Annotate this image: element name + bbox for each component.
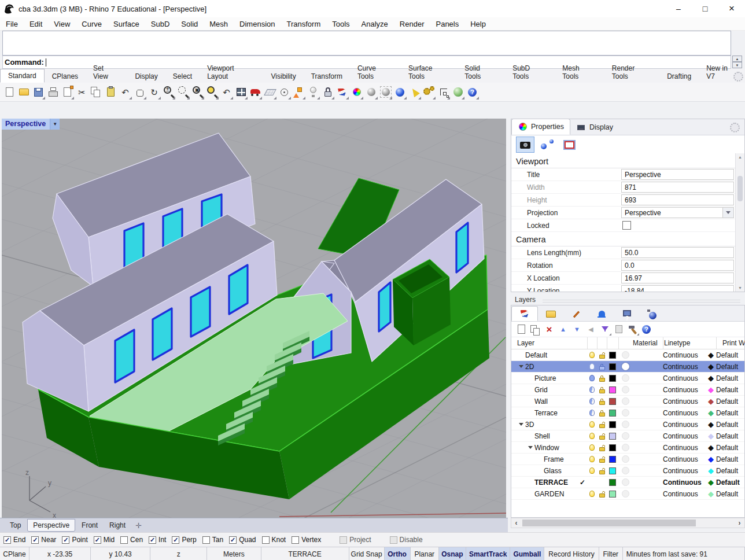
column-print-width[interactable]: Print Wi [716,337,744,349]
bulb-icon[interactable] [587,421,597,428]
clipping-plane-button[interactable] [560,137,578,153]
cut-icon[interactable]: ✂ [75,84,89,100]
osnap-checkbox[interactable]: ✓ [3,536,11,544]
layer-name[interactable]: Frame [544,455,564,463]
ribbon-tab-set-view[interactable]: Set View [86,62,127,83]
menu-surface[interactable]: Surface [108,19,145,30]
osnap-checkbox[interactable]: ✓ [172,536,179,544]
color-picker-icon[interactable] [349,84,364,100]
rotation-field[interactable]: 0.0 [621,260,734,271]
layers-horizontal-scrollbar[interactable]: ‹ › [511,518,745,528]
notifications-panel-tab[interactable] [589,307,614,321]
ribbon-tab-viewport-layout[interactable]: Viewport Layout [200,62,263,83]
scroll-left-icon[interactable]: ‹ [511,519,521,527]
layer-linetype[interactable]: Continuous [663,397,708,406]
layer-name[interactable]: Grid [534,386,548,394]
ribbon-tab-solid-tools[interactable]: Solid Tools [457,62,505,83]
osnap-checkbox[interactable] [292,536,299,544]
lock-icon[interactable] [597,363,607,370]
3d-scene[interactable]: z y x [2,119,506,518]
projection-dropdown[interactable]: Perspective [621,207,734,218]
layer-linetype[interactable]: Continuous [663,351,708,359]
scroll-down-icon[interactable]: ▼ [738,284,742,292]
osnap-checkbox[interactable] [262,536,270,544]
scroll-thumb[interactable] [522,520,696,526]
spinner-up-icon[interactable]: ▲ [732,56,742,62]
material-swatch[interactable] [618,409,632,417]
material-swatch[interactable] [618,386,632,393]
layer-linetype[interactable]: Continuous [663,467,708,475]
zoom-selected-icon[interactable] [205,84,219,100]
scroll-up-icon[interactable]: ▲ [738,153,742,161]
ribbon-tab-visibility[interactable]: Visibility [264,70,304,83]
status-record-history[interactable]: Record History [544,547,599,560]
save-file-icon[interactable] [31,84,46,100]
bulb-icon[interactable] [587,467,597,474]
viewport-tab-perspective[interactable]: Perspective [27,519,75,532]
zoom-window-icon[interactable] [176,84,190,100]
gear-icon[interactable] [733,72,743,82]
material-swatch[interactable] [618,490,632,498]
viewport-tab-top[interactable]: Top [5,520,26,531]
status-meters[interactable]: Meters [207,547,261,560]
new-layer-icon[interactable] [515,323,528,336]
layer-row-garden[interactable]: GARDEN Continuous ◆ Default [511,488,744,500]
ribbon-tab-curve-tools[interactable]: Curve Tools [350,62,401,83]
chevron-down-icon[interactable] [526,444,534,451]
layer-tools-icon[interactable] [626,323,639,336]
render-icon[interactable] [364,84,378,100]
layer-row-wall[interactable]: Wall Continuous ◆ Default [511,396,744,407]
lock-icon[interactable] [597,421,607,428]
status-gumball[interactable]: Gumball [510,547,544,560]
layer-color-swatch[interactable] [607,375,618,382]
delete-layer-icon[interactable]: × [543,323,556,336]
new-sublayer-icon[interactable] [529,323,542,336]
bulb-icon[interactable] [587,352,597,358]
layer-name[interactable]: Default [525,351,547,359]
layer-linetype[interactable]: Continuous [663,409,708,417]
menu-solid[interactable]: Solid [175,19,204,30]
ribbon-tab-subd-tools[interactable]: SubD Tools [505,62,555,83]
lock-icon[interactable] [597,398,607,405]
print-width-value[interactable]: Default [716,467,745,475]
layer-row-terrace[interactable]: Terrace Continuous ◆ Default [511,407,744,419]
material-swatch[interactable] [618,455,632,463]
viewport-title-text[interactable]: Perspective [2,119,50,130]
layer-color-swatch[interactable] [607,479,618,486]
layer-color-swatch[interactable] [607,410,618,417]
viewport-title[interactable]: Perspective ▼ [2,119,60,130]
layer-color-swatch[interactable] [607,433,618,440]
close-button[interactable]: × [718,0,745,17]
new-file-icon[interactable] [2,84,17,100]
menu-panels[interactable]: Panels [430,19,464,30]
ribbon-tab-drafting[interactable]: Drafting [659,70,699,83]
bulb-icon[interactable] [587,433,597,439]
osnap-checkbox[interactable]: ✓ [229,536,237,544]
rotate-view-icon[interactable]: ↻ [147,84,161,100]
annotate-panel-tab[interactable] [563,307,589,321]
layer-name[interactable]: TERRACE [534,478,568,487]
column-layer[interactable]: Layer [511,337,587,349]
spotlight-icon[interactable] [407,84,422,100]
print-icon[interactable] [46,84,60,100]
layer-row-terrace[interactable]: TERRACE ✓ Continuous ◆ Default [511,477,744,488]
chevron-down-icon[interactable] [517,363,525,370]
layer-name[interactable]: Shell [534,432,550,440]
print-width-value[interactable]: Default [716,409,745,417]
zoom-dynamic-icon[interactable]: ± [161,84,176,100]
move-layer-up-icon[interactable]: ▲ [556,323,570,336]
chevron-down-icon[interactable]: ▼ [50,119,60,130]
layer-color-swatch[interactable] [607,352,618,359]
osnap-checkbox[interactable] [120,536,128,544]
bulb-icon[interactable] [587,444,597,451]
lock-objects-icon[interactable] [320,84,335,100]
layer-linetype[interactable]: Continuous [663,363,708,371]
menu-subd[interactable]: SubD [145,19,176,30]
command-history[interactable] [2,31,731,56]
print-width-value[interactable]: Default [716,397,745,406]
menu-analyze[interactable]: Analyze [356,19,394,30]
material-swatch[interactable] [618,432,632,440]
column-linetype[interactable]: Linetype [663,337,716,349]
menu-edit[interactable]: Edit [24,19,48,30]
move-layer-down-icon[interactable]: ▼ [570,323,584,336]
